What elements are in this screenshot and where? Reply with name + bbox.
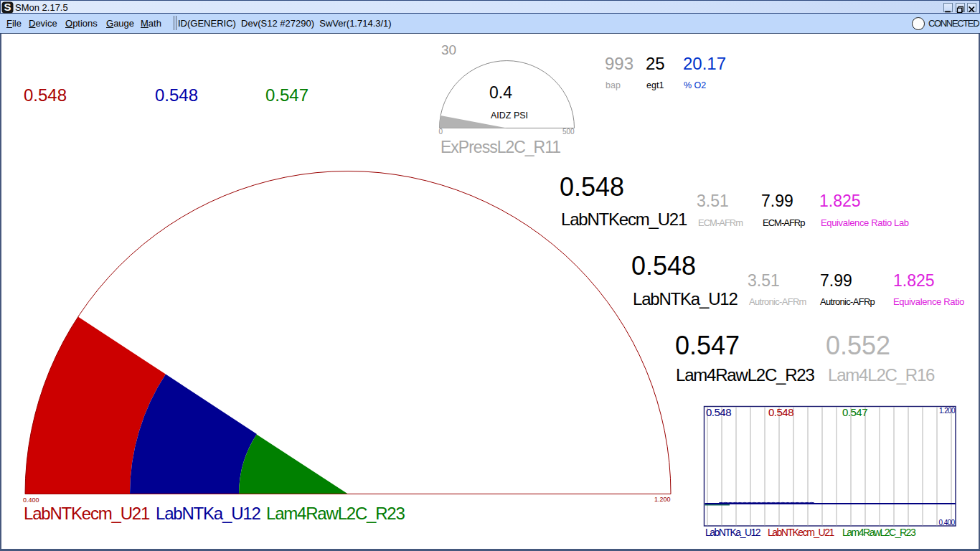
svg-text:S: S xyxy=(4,1,11,13)
